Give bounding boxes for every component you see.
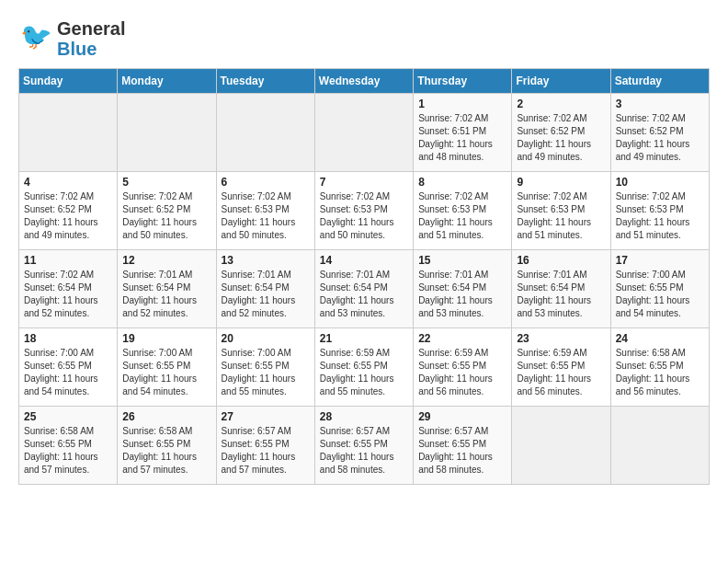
calendar-cell: 10Sunrise: 7:02 AMSunset: 6:53 PMDayligh… bbox=[610, 172, 709, 250]
calendar-cell: 22Sunrise: 6:59 AMSunset: 6:55 PMDayligh… bbox=[414, 328, 512, 407]
day-info: Sunrise: 7:00 AMSunset: 6:55 PMDaylight:… bbox=[222, 347, 310, 398]
day-number: 21 bbox=[320, 332, 408, 345]
day-info: Sunrise: 6:59 AMSunset: 6:55 PMDaylight:… bbox=[418, 347, 506, 398]
calendar-cell: 14Sunrise: 7:01 AMSunset: 6:54 PMDayligh… bbox=[314, 250, 413, 328]
logo-icon: 🐦 bbox=[18, 19, 53, 58]
day-header-wednesday: Wednesday bbox=[314, 69, 413, 94]
calendar-cell: 6Sunrise: 7:02 AMSunset: 6:53 PMDaylight… bbox=[216, 172, 314, 250]
calendar-cell: 28Sunrise: 6:57 AMSunset: 6:55 PMDayligh… bbox=[314, 407, 413, 485]
day-number: 29 bbox=[418, 410, 506, 423]
calendar-cell: 7Sunrise: 7:02 AMSunset: 6:53 PMDaylight… bbox=[314, 172, 413, 250]
calendar-cell bbox=[512, 407, 610, 485]
calendar-cell: 23Sunrise: 6:59 AMSunset: 6:55 PMDayligh… bbox=[512, 328, 610, 407]
day-number: 23 bbox=[517, 332, 605, 345]
day-info: Sunrise: 6:58 AMSunset: 6:55 PMDaylight:… bbox=[24, 425, 112, 477]
calendar-cell: 11Sunrise: 7:02 AMSunset: 6:54 PMDayligh… bbox=[19, 250, 118, 328]
calendar-cell: 5Sunrise: 7:02 AMSunset: 6:52 PMDaylight… bbox=[118, 172, 216, 250]
calendar-cell: 13Sunrise: 7:01 AMSunset: 6:54 PMDayligh… bbox=[216, 250, 314, 328]
calendar-cell: 24Sunrise: 6:58 AMSunset: 6:55 PMDayligh… bbox=[610, 328, 709, 407]
day-number: 3 bbox=[616, 98, 704, 110]
day-info: Sunrise: 7:02 AMSunset: 6:53 PMDaylight:… bbox=[418, 190, 506, 242]
day-info: Sunrise: 6:58 AMSunset: 6:55 PMDaylight:… bbox=[122, 425, 210, 477]
day-info: Sunrise: 7:02 AMSunset: 6:52 PMDaylight:… bbox=[517, 112, 605, 164]
day-number: 2 bbox=[517, 98, 605, 110]
day-number: 9 bbox=[517, 176, 605, 189]
calendar-cell: 21Sunrise: 6:59 AMSunset: 6:55 PMDayligh… bbox=[314, 328, 413, 407]
day-number: 19 bbox=[122, 332, 210, 345]
calendar-cell bbox=[216, 94, 314, 172]
day-info: Sunrise: 7:02 AMSunset: 6:53 PMDaylight:… bbox=[222, 190, 310, 242]
calendar-cell bbox=[19, 94, 118, 172]
day-info: Sunrise: 7:02 AMSunset: 6:51 PMDaylight:… bbox=[418, 112, 506, 164]
day-header-monday: Monday bbox=[118, 69, 216, 94]
day-info: Sunrise: 7:01 AMSunset: 6:54 PMDaylight:… bbox=[517, 269, 605, 320]
calendar-cell bbox=[610, 407, 709, 485]
day-info: Sunrise: 6:58 AMSunset: 6:55 PMDaylight:… bbox=[616, 347, 704, 398]
calendar-cell: 20Sunrise: 7:00 AMSunset: 6:55 PMDayligh… bbox=[216, 328, 314, 407]
calendar-cell: 27Sunrise: 6:57 AMSunset: 6:55 PMDayligh… bbox=[216, 407, 314, 485]
day-info: Sunrise: 6:59 AMSunset: 6:55 PMDaylight:… bbox=[320, 347, 408, 398]
day-number: 14 bbox=[320, 254, 408, 267]
day-number: 24 bbox=[616, 332, 704, 345]
day-info: Sunrise: 6:59 AMSunset: 6:55 PMDaylight:… bbox=[517, 347, 605, 398]
day-info: Sunrise: 7:01 AMSunset: 6:54 PMDaylight:… bbox=[320, 269, 408, 320]
day-number: 5 bbox=[122, 176, 210, 189]
day-number: 27 bbox=[222, 410, 310, 423]
day-info: Sunrise: 6:57 AMSunset: 6:55 PMDaylight:… bbox=[418, 425, 506, 477]
logo-general: General bbox=[57, 18, 125, 39]
day-header-sunday: Sunday bbox=[19, 69, 118, 94]
day-number: 18 bbox=[24, 332, 112, 345]
day-info: Sunrise: 7:00 AMSunset: 6:55 PMDaylight:… bbox=[122, 347, 210, 398]
day-info: Sunrise: 7:00 AMSunset: 6:55 PMDaylight:… bbox=[616, 269, 704, 320]
day-info: Sunrise: 7:02 AMSunset: 6:53 PMDaylight:… bbox=[320, 190, 408, 242]
calendar-cell: 4Sunrise: 7:02 AMSunset: 6:52 PMDaylight… bbox=[19, 172, 118, 250]
header: 🐦 General Blue bbox=[18, 18, 710, 59]
day-info: Sunrise: 7:02 AMSunset: 6:53 PMDaylight:… bbox=[616, 190, 704, 242]
day-header-saturday: Saturday bbox=[610, 69, 709, 94]
day-info: Sunrise: 7:00 AMSunset: 6:55 PMDaylight:… bbox=[24, 347, 112, 398]
day-info: Sunrise: 7:02 AMSunset: 6:52 PMDaylight:… bbox=[122, 190, 210, 242]
day-number: 8 bbox=[418, 176, 506, 189]
calendar-cell: 18Sunrise: 7:00 AMSunset: 6:55 PMDayligh… bbox=[19, 328, 118, 407]
day-number: 25 bbox=[24, 410, 112, 423]
day-header-thursday: Thursday bbox=[414, 69, 512, 94]
day-number: 11 bbox=[24, 254, 112, 267]
day-info: Sunrise: 7:02 AMSunset: 6:53 PMDaylight:… bbox=[517, 190, 605, 242]
calendar-cell: 25Sunrise: 6:58 AMSunset: 6:55 PMDayligh… bbox=[19, 407, 118, 485]
day-header-friday: Friday bbox=[512, 69, 610, 94]
calendar-cell: 9Sunrise: 7:02 AMSunset: 6:53 PMDaylight… bbox=[512, 172, 610, 250]
day-number: 13 bbox=[222, 254, 310, 267]
calendar-cell bbox=[314, 94, 413, 172]
calendar-cell: 8Sunrise: 7:02 AMSunset: 6:53 PMDaylight… bbox=[414, 172, 512, 250]
day-info: Sunrise: 6:57 AMSunset: 6:55 PMDaylight:… bbox=[320, 425, 408, 477]
calendar-cell: 3Sunrise: 7:02 AMSunset: 6:52 PMDaylight… bbox=[610, 94, 709, 172]
svg-text:🐦: 🐦 bbox=[20, 21, 52, 52]
day-number: 7 bbox=[320, 176, 408, 189]
calendar-cell: 17Sunrise: 7:00 AMSunset: 6:55 PMDayligh… bbox=[610, 250, 709, 328]
day-number: 17 bbox=[616, 254, 704, 267]
logo-blue: Blue bbox=[57, 39, 97, 59]
day-number: 22 bbox=[418, 332, 506, 345]
calendar-cell: 26Sunrise: 6:58 AMSunset: 6:55 PMDayligh… bbox=[118, 407, 216, 485]
day-number: 28 bbox=[320, 410, 408, 423]
day-info: Sunrise: 6:57 AMSunset: 6:55 PMDaylight:… bbox=[222, 425, 310, 477]
day-info: Sunrise: 7:01 AMSunset: 6:54 PMDaylight:… bbox=[222, 269, 310, 320]
logo: 🐦 General Blue bbox=[18, 18, 125, 59]
day-info: Sunrise: 7:02 AMSunset: 6:52 PMDaylight:… bbox=[24, 190, 112, 242]
day-number: 15 bbox=[418, 254, 506, 267]
day-info: Sunrise: 7:02 AMSunset: 6:54 PMDaylight:… bbox=[24, 269, 112, 320]
day-number: 16 bbox=[517, 254, 605, 267]
day-number: 20 bbox=[222, 332, 310, 345]
calendar-cell: 19Sunrise: 7:00 AMSunset: 6:55 PMDayligh… bbox=[118, 328, 216, 407]
calendar-cell: 2Sunrise: 7:02 AMSunset: 6:52 PMDaylight… bbox=[512, 94, 610, 172]
calendar-cell: 1Sunrise: 7:02 AMSunset: 6:51 PMDaylight… bbox=[414, 94, 512, 172]
day-number: 6 bbox=[222, 176, 310, 189]
day-info: Sunrise: 7:02 AMSunset: 6:52 PMDaylight:… bbox=[616, 112, 704, 164]
day-number: 10 bbox=[616, 176, 704, 189]
day-number: 1 bbox=[418, 98, 506, 110]
calendar-table: SundayMondayTuesdayWednesdayThursdayFrid… bbox=[18, 68, 710, 485]
day-info: Sunrise: 7:01 AMSunset: 6:54 PMDaylight:… bbox=[418, 269, 506, 320]
day-number: 4 bbox=[24, 176, 112, 189]
calendar-cell: 29Sunrise: 6:57 AMSunset: 6:55 PMDayligh… bbox=[414, 407, 512, 485]
calendar-cell: 12Sunrise: 7:01 AMSunset: 6:54 PMDayligh… bbox=[118, 250, 216, 328]
